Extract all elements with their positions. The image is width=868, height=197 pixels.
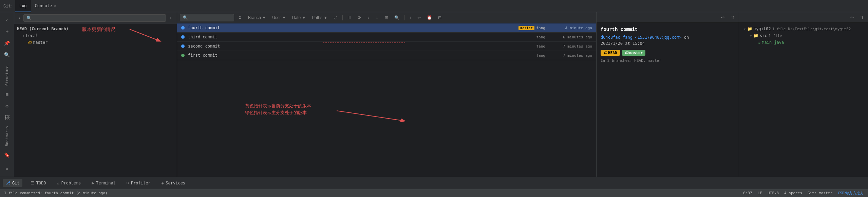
detail-panel: ⇔ ⇉ fourth commit d04c8fac fang <1551790… — [597, 12, 739, 177]
detail-commit-title: fourth commit — [601, 27, 735, 32]
refresh-btn[interactable]: ⟳ — [356, 14, 363, 21]
todo-icon: ☰ — [31, 180, 35, 185]
status-site: CSDN@方方之方 — [838, 191, 864, 196]
nav-back-icon[interactable]: ‹ — [17, 15, 22, 21]
status-line-ending: LF — [758, 191, 762, 195]
file-toolbar: ⇔ ⇉ — [739, 12, 868, 23]
commit-author-label-1: fang — [536, 26, 546, 30]
log-search-input[interactable] — [180, 14, 234, 21]
commit-dot-1 — [181, 26, 185, 30]
git-icon: ⎇ — [5, 180, 11, 185]
merge-btn[interactable]: ⊞ — [383, 14, 390, 21]
file-item-main-java[interactable]: ☕ Main.java — [742, 39, 865, 46]
tab-log[interactable]: Log — [15, 0, 31, 12]
tab-console[interactable]: Console ✕ — [31, 0, 60, 12]
tree-item-master[interactable]: 🏷 master — [25, 39, 177, 46]
search-sidebar-icon[interactable]: 🔍 — [1, 49, 13, 60]
bottom-tab-profiler[interactable]: ⊙ Profiler — [124, 179, 153, 187]
file-expand-btn[interactable]: ⇔ — [848, 14, 856, 21]
left-sidebar: ‹ ＋ 📌 🔍 Structure ⊞ ⚙ 🖼 Bookmarks 🔖 » — [0, 12, 14, 177]
git-search-input[interactable] — [23, 14, 166, 22]
commit-message-4: first commit — [188, 53, 525, 58]
main-content: ‹ ＋ 📌 🔍 Structure ⊞ ⚙ 🖼 Bookmarks 🔖 » 版本… — [0, 12, 868, 177]
git-panel-header: ‹ ＋ — [14, 12, 177, 24]
log-toolbar: ⚙ Branch ▼ User ▼ Date ▼ Paths ▼ ⭯ ⏸ ⟳ ↓… — [177, 12, 596, 23]
detail-content: fourth commit d04c8fac fang <1551790487@… — [597, 23, 739, 177]
folder-icon-src: 📁 — [753, 33, 758, 38]
file-collapse-btn[interactable]: ⇉ — [858, 14, 865, 21]
status-time: 6:37 — [743, 191, 752, 195]
date-filter-btn[interactable]: Date ▼ — [290, 14, 308, 21]
tree-item-local[interactable]: ▾ Local — [20, 32, 177, 39]
bottom-tab-todo[interactable]: ☰ TODO — [28, 179, 49, 187]
history-btn[interactable]: ⏰ — [425, 14, 434, 21]
push-btn[interactable]: ⤓ — [373, 14, 381, 21]
toolbar-sep-2 — [404, 15, 404, 20]
detail-tag-master: 🏷 master — [622, 50, 646, 56]
nav-add-icon[interactable]: ＋ — [167, 15, 174, 22]
cherry-pick-btn[interactable]: ↑ — [407, 14, 413, 21]
close-console-icon[interactable]: ✕ — [54, 4, 56, 7]
file-panel: ⇔ ⇉ ▾ 📁 mygit02 1 file D:\TestFile\git-t… — [739, 12, 868, 177]
settings-sidebar-icon[interactable]: ⚙ — [1, 101, 13, 111]
pin-icon[interactable]: 📌 — [1, 38, 13, 49]
commit-time-1: A minute ago — [548, 26, 592, 30]
src-file-count: 1 file — [769, 34, 782, 38]
status-indent: 4 spaces — [784, 191, 802, 195]
paths-filter-btn[interactable]: Paths ▼ — [310, 14, 329, 21]
commit-time-2: 6 minutes ago — [548, 35, 592, 39]
tab-prefix: Git: — [1, 4, 15, 8]
detail-branches-text: In 2 branches: HEAD, master — [601, 58, 735, 63]
commit-table: fourth commit master fang A minute ago t… — [177, 23, 596, 177]
collapse-icon[interactable]: ‹ — [1, 15, 13, 25]
head-tag-icon: 🏷 — [603, 51, 607, 55]
image-icon[interactable]: 🖼 — [1, 112, 13, 123]
tab-bar: Git: Log Console ✕ — [0, 0, 868, 12]
panels-container: 版本更新的情况 黄色指针表示当前分支处于的版本 绿色指针表示主分支处于的版本 ‹… — [14, 12, 868, 177]
java-file-icon: ☕ — [758, 40, 760, 45]
fetch-btn[interactable]: ↓ — [365, 14, 371, 21]
commit-message-3: second commit — [188, 44, 525, 49]
layout-icon[interactable]: ⊞ — [1, 89, 13, 100]
bottom-tab-problems[interactable]: ⚠ Problems — [54, 179, 84, 187]
undo-btn[interactable]: ↩ — [415, 14, 423, 21]
bottom-tab-terminal[interactable]: ▶ Terminal — [89, 179, 118, 187]
problems-icon: ⚠ — [57, 180, 60, 185]
commit-row-4[interactable]: first commit fang 7 minutes ago — [177, 51, 596, 60]
bottom-tab-git[interactable]: ⎇ Git — [3, 179, 22, 187]
commit-row-1[interactable]: fourth commit master fang A minute ago — [177, 23, 596, 33]
commit-row-2[interactable]: third commit fang 6 minutes ago — [177, 33, 596, 42]
bookmark-icon[interactable]: 🔖 — [1, 149, 13, 160]
log-panel: ⚙ Branch ▼ User ▼ Date ▼ Paths ▼ ⭯ ⏸ ⟳ ↓… — [177, 12, 597, 177]
services-icon: ◈ — [161, 180, 164, 185]
status-bar: 1 file committed: fourth commit (a minut… — [0, 189, 868, 197]
commit-row-3[interactable]: second commit fang 7 minutes ago — [177, 42, 596, 51]
more-icon[interactable]: » — [1, 163, 13, 174]
status-encoding: UTF-8 — [768, 191, 779, 195]
settings-btn[interactable]: ⚙ — [236, 14, 244, 21]
status-right: 6:37 LF UTF-8 4 spaces Git: master CSDN@… — [743, 191, 864, 196]
reset-btn[interactable]: ⭯ — [332, 14, 340, 21]
bookmarks-label: Bookmarks — [5, 123, 9, 149]
commit-author-3: fang — [525, 44, 545, 49]
commit-message-2: third commit — [188, 35, 525, 39]
commit-author-4: fang — [525, 53, 545, 58]
file-item-root[interactable]: ▾ 📁 mygit02 1 file D:\TestFile\git-test\… — [742, 25, 865, 32]
pause-btn[interactable]: ⏸ — [345, 14, 354, 21]
commit-dot-2 — [181, 35, 185, 39]
bottom-tab-services[interactable]: ◈ Services — [158, 179, 188, 187]
expand-local-icon: ▾ — [22, 34, 24, 38]
folder-icon-root: 📁 — [747, 26, 752, 31]
expand-root-icon: ▾ — [744, 27, 746, 31]
add-icon[interactable]: ＋ — [1, 26, 13, 37]
stash-btn[interactable]: ⊟ — [436, 14, 444, 21]
detail-collapse-btn[interactable]: ⇉ — [729, 14, 736, 21]
detail-expand-btn[interactable]: ⇔ — [719, 14, 727, 21]
find-btn[interactable]: 🔍 — [392, 14, 401, 21]
branch-filter-btn[interactable]: Branch ▼ — [246, 14, 268, 21]
detail-tags: 🏷 HEAD 🏷 master — [601, 50, 735, 56]
file-item-src[interactable]: ▾ 📁 src 1 file — [742, 32, 865, 39]
commit-author-2: fang — [525, 35, 545, 39]
tree-item-head[interactable]: HEAD (Current Branch) — [14, 25, 177, 32]
user-filter-btn[interactable]: User ▼ — [270, 14, 288, 21]
